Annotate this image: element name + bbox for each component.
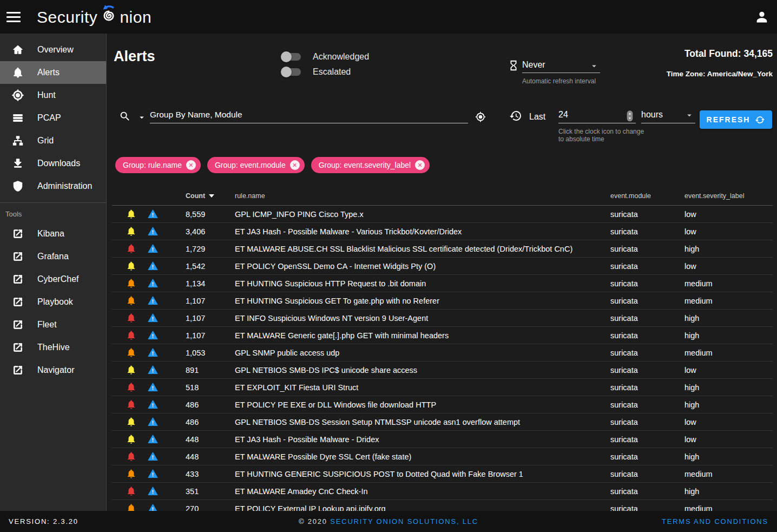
- alert-bell-icon[interactable]: [126, 226, 136, 237]
- hamburger-menu-icon[interactable]: [6, 9, 21, 25]
- alert-severity-label[interactable]: low: [684, 223, 696, 240]
- toggle-knob[interactable]: [281, 67, 292, 77]
- alert-bell-icon[interactable]: [126, 399, 136, 410]
- alert-bell-icon[interactable]: [126, 486, 136, 496]
- alert-bell-icon[interactable]: [126, 347, 136, 358]
- alert-rule-name[interactable]: ET MALWARE Possible Dyre SSL Cert (fake …: [235, 448, 411, 465]
- alert-bell-icon[interactable]: [126, 417, 136, 427]
- chip-close-icon[interactable]: [415, 160, 425, 170]
- alert-severity-label[interactable]: high: [684, 448, 699, 465]
- alert-severity-label[interactable]: medium: [684, 275, 713, 292]
- alert-count[interactable]: 1,107: [186, 292, 205, 310]
- alert-count[interactable]: 448: [186, 448, 199, 465]
- alert-event-module[interactable]: suricata: [610, 275, 638, 292]
- alert-count[interactable]: 1,134: [186, 275, 205, 292]
- alert-severity-label[interactable]: low: [684, 362, 696, 379]
- rule-info-triangle-icon[interactable]: [148, 209, 158, 219]
- alert-event-module[interactable]: suricata: [610, 310, 638, 327]
- sidebar-item-grid[interactable]: Grid: [0, 129, 106, 152]
- alert-count[interactable]: 1,729: [186, 240, 205, 258]
- toggle-knob[interactable]: [281, 51, 292, 62]
- alert-bell-icon[interactable]: [126, 209, 136, 219]
- rule-info-triangle-icon[interactable]: [148, 347, 158, 358]
- rule-info-triangle-icon[interactable]: [148, 330, 158, 340]
- alert-count[interactable]: 3,406: [186, 223, 205, 240]
- alert-bell-icon[interactable]: [126, 244, 136, 254]
- alert-bell-icon[interactable]: [126, 330, 136, 340]
- column-header-count[interactable]: Count: [186, 187, 214, 206]
- toggle-track[interactable]: [282, 53, 301, 61]
- alert-count[interactable]: 891: [186, 362, 199, 379]
- history-clock-icon[interactable]: [509, 109, 522, 122]
- time-unit-select[interactable]: hours: [641, 106, 695, 123]
- alert-severity-label[interactable]: medium: [684, 465, 713, 483]
- column-header-rule-name[interactable]: rule.name: [235, 187, 265, 206]
- rule-info-triangle-icon[interactable]: [148, 399, 158, 410]
- alert-bell-icon[interactable]: [126, 434, 136, 444]
- column-header-event-module[interactable]: event.module: [610, 187, 651, 206]
- sidebar-item-alerts[interactable]: Alerts: [0, 61, 106, 84]
- search-input[interactable]: [150, 106, 468, 123]
- alert-severity-label[interactable]: low: [684, 206, 696, 223]
- group-chip[interactable]: Group: rule.name: [115, 157, 201, 173]
- alert-event-module[interactable]: suricata: [610, 379, 638, 396]
- alert-severity-label[interactable]: medium: [684, 292, 713, 310]
- query-history-chevron-icon[interactable]: [137, 113, 147, 122]
- alert-rule-name[interactable]: ET HUNTING GENERIC SUSPICIOUS POST to Do…: [235, 465, 523, 483]
- alert-event-module[interactable]: suricata: [610, 483, 638, 500]
- alert-rule-name[interactable]: ET INFO Suspicious Windows NT version 9 …: [235, 310, 428, 327]
- group-chip[interactable]: Group: event.module: [207, 157, 305, 173]
- sidebar-tool-item[interactable]: TheHive: [0, 336, 106, 359]
- alert-event-module[interactable]: suricata: [610, 362, 638, 379]
- number-stepper-icon[interactable]: [625, 110, 634, 122]
- time-value-input[interactable]: [558, 106, 636, 123]
- alert-count[interactable]: 1,053: [186, 344, 205, 362]
- sidebar-tool-item[interactable]: Grafana: [0, 245, 106, 268]
- chip-close-icon[interactable]: [186, 160, 196, 170]
- auto-refresh-select[interactable]: Never: [522, 57, 600, 73]
- sidebar-item-administration[interactable]: Administration: [0, 175, 106, 198]
- alert-severity-label[interactable]: low: [684, 413, 696, 431]
- alert-severity-label[interactable]: low: [684, 258, 696, 275]
- group-chip[interactable]: Group: event.severity_label: [311, 157, 430, 173]
- user-account-icon[interactable]: [754, 9, 769, 24]
- rule-info-triangle-icon[interactable]: [148, 486, 158, 496]
- toggle-track[interactable]: [282, 68, 301, 76]
- alert-count[interactable]: 8,559: [186, 206, 205, 223]
- rule-info-triangle-icon[interactable]: [148, 261, 158, 271]
- sidebar-tool-item[interactable]: Kibana: [0, 222, 106, 245]
- sidebar-item-downloads[interactable]: Downloads: [0, 152, 106, 175]
- alert-severity-label[interactable]: high: [684, 240, 699, 258]
- alert-bell-icon[interactable]: [126, 295, 136, 306]
- alert-event-module[interactable]: suricata: [610, 465, 638, 483]
- alert-rule-name[interactable]: ET JA3 Hash - Possible Malware - Dridex: [235, 431, 379, 448]
- alert-count[interactable]: 486: [186, 396, 199, 413]
- alert-event-module[interactable]: suricata: [610, 206, 638, 223]
- alert-count[interactable]: 433: [186, 465, 199, 483]
- sidebar-item-pcap[interactable]: PCAP: [0, 107, 106, 129]
- alert-rule-name[interactable]: GPL NETBIOS SMB-DS IPC$ unicode share ac…: [235, 362, 417, 379]
- rule-info-triangle-icon[interactable]: [148, 451, 158, 462]
- alert-bell-icon[interactable]: [126, 365, 136, 375]
- alert-bell-icon[interactable]: [126, 313, 136, 323]
- terms-and-conditions-link[interactable]: TERMS AND CONDITIONS: [662, 517, 768, 526]
- alert-event-module[interactable]: suricata: [610, 240, 638, 258]
- alert-rule-name[interactable]: ET POLICY OpenSSL Demo CA - Internet Wid…: [235, 258, 436, 275]
- alert-event-module[interactable]: suricata: [610, 258, 638, 275]
- alert-severity-label[interactable]: low: [684, 431, 696, 448]
- rule-info-triangle-icon[interactable]: [148, 313, 158, 323]
- rule-info-triangle-icon[interactable]: [148, 382, 158, 392]
- rule-info-triangle-icon[interactable]: [148, 434, 158, 444]
- alert-rule-name[interactable]: ET MALWARE Amadey CnC Check-In: [235, 483, 368, 500]
- alert-rule-name[interactable]: ET JA3 Hash - Possible Malware - Various…: [235, 223, 462, 240]
- column-header-severity-label[interactable]: event.severity_label: [684, 187, 744, 206]
- alert-rule-name[interactable]: ET HUNTING Suspicious HTTP Request to .b…: [235, 275, 426, 292]
- acknowledged-toggle[interactable]: Acknowledged: [282, 51, 369, 62]
- alert-severity-label[interactable]: medium: [684, 344, 713, 362]
- sidebar-tool-item[interactable]: Navigator: [0, 359, 106, 382]
- alert-event-module[interactable]: suricata: [610, 448, 638, 465]
- chip-close-icon[interactable]: [290, 160, 300, 170]
- alert-bell-icon[interactable]: [126, 469, 136, 479]
- alert-severity-label[interactable]: high: [684, 483, 699, 500]
- alert-rule-name[interactable]: ET HUNTING Suspicious GET To gate.php wi…: [235, 292, 439, 310]
